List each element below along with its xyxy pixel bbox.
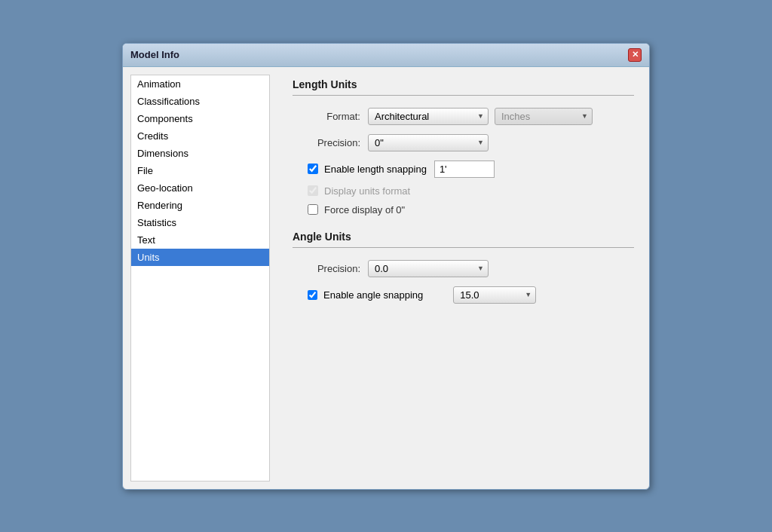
- precision-row: Precision: 0" 0' 0" 0' 0 1/2" 0' 0 1/4": [293, 134, 634, 151]
- precision-select-wrapper: 0" 0' 0" 0' 0 1/2" 0' 0 1/4": [368, 134, 489, 151]
- angle-snap-value-wrapper: 15.0 5.0 1.0 45.0: [453, 286, 536, 304]
- angle-precision-row: Precision: 0.0 0.00 0.000: [293, 260, 634, 277]
- format-select[interactable]: Architectural Decimal Engineering Fracti…: [368, 108, 489, 125]
- main-content: Length Units Format: Architectural Decim…: [277, 67, 649, 489]
- angle-units-divider: [293, 247, 634, 248]
- model-info-dialog: Model Info ✕ Animation Classifications C…: [122, 43, 650, 490]
- sidebar-item-components[interactable]: Components: [131, 110, 269, 127]
- format-label: Format:: [293, 111, 360, 122]
- display-units-checkbox[interactable]: [308, 185, 318, 196]
- force-display-label: Force display of 0": [324, 204, 405, 216]
- sidebar-item-animation[interactable]: Animation: [131, 75, 269, 93]
- display-units-row: Display units format: [308, 185, 634, 197]
- precision-label: Precision:: [293, 137, 360, 148]
- title-bar: Model Info ✕: [123, 44, 649, 67]
- length-snapping-row: Enable length snapping: [308, 161, 634, 178]
- display-units-label: Display units format: [324, 185, 410, 197]
- length-snapping-input[interactable]: [434, 161, 495, 178]
- angle-snapping-row: Enable angle snapping 15.0 5.0 1.0 45.0: [308, 286, 634, 304]
- close-button[interactable]: ✕: [628, 48, 642, 62]
- length-units-divider: [293, 95, 634, 96]
- format-select-wrapper: Architectural Decimal Engineering Fracti…: [368, 108, 489, 125]
- angle-precision-label: Precision:: [293, 263, 360, 274]
- length-units-title: Length Units: [293, 78, 634, 90]
- angle-snapping-label: Enable angle snapping: [323, 289, 423, 301]
- sidebar-item-rendering[interactable]: Rendering: [131, 197, 269, 214]
- sidebar-item-classifications[interactable]: Classifications: [131, 93, 269, 110]
- sidebar-item-dimensions[interactable]: Dimensions: [131, 145, 269, 162]
- angle-snap-select[interactable]: 15.0 5.0 1.0 45.0: [453, 286, 536, 304]
- force-display-checkbox[interactable]: [308, 204, 318, 215]
- length-snapping-checkbox[interactable]: [308, 164, 318, 174]
- sidebar: Animation Classifications Components Cre…: [130, 75, 270, 482]
- angle-precision-select-wrapper: 0.0 0.00 0.000: [368, 260, 489, 277]
- precision-select[interactable]: 0" 0' 0" 0' 0 1/2" 0' 0 1/4": [368, 134, 489, 151]
- force-display-row: Force display of 0": [308, 204, 634, 216]
- format-row: Format: Architectural Decimal Engineerin…: [293, 108, 634, 125]
- sidebar-item-file[interactable]: File: [131, 162, 269, 179]
- angle-snapping-checkbox[interactable]: [308, 290, 317, 300]
- sidebar-item-units[interactable]: Units: [131, 249, 269, 266]
- dialog-title: Model Info: [130, 49, 179, 60]
- inches-select[interactable]: Inches Feet Millimeters Centimeters Mete…: [495, 108, 593, 125]
- dialog-body: Animation Classifications Components Cre…: [123, 67, 649, 489]
- angle-precision-select[interactable]: 0.0 0.00 0.000: [368, 260, 489, 277]
- length-snapping-label: Enable length snapping: [324, 164, 427, 175]
- sidebar-item-statistics[interactable]: Statistics: [131, 214, 269, 231]
- sidebar-item-text[interactable]: Text: [131, 231, 269, 249]
- inches-select-wrapper: Inches Feet Millimeters Centimeters Mete…: [495, 108, 593, 125]
- angle-units-title: Angle Units: [293, 231, 634, 243]
- sidebar-item-geo-location[interactable]: Geo-location: [131, 179, 269, 197]
- sidebar-item-credits[interactable]: Credits: [131, 127, 269, 145]
